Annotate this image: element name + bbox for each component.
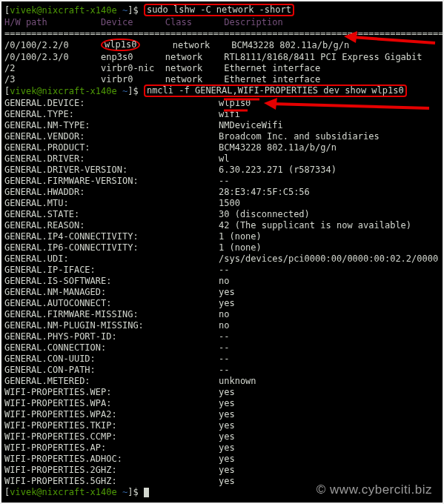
lshw-row: /0/100/2.2/0 wlp1s0 network BCM43228 802…: [4, 39, 443, 52]
nmcli-row: WIFI-PROPERTIES.2GHZ: yes: [4, 465, 443, 476]
nmcli-row: GENERAL.IS-SOFTWARE: no: [4, 276, 443, 287]
watermark: © www.cyberciti.biz: [317, 484, 432, 495]
highlight-device: wlp1s0: [101, 39, 140, 51]
nmcli-row: GENERAL.AUTOCONNECT: yes: [4, 298, 443, 309]
nmcli-row: WIFI-PROPERTIES.CCMP: yes: [4, 431, 443, 442]
nmcli-row: GENERAL.FIRMWARE-VERSION: --: [4, 176, 443, 187]
nmcli-row: GENERAL.NM-PLUGIN-MISSING: no: [4, 320, 443, 331]
nmcli-row: GENERAL.IP-IFACE: --: [4, 265, 443, 276]
terminal[interactable]: [vivek@nixcraft-x140e ~]$ sudo lshw -C n…: [1, 1, 443, 503]
lshw-row: /3 virbr0 network Ethernet interface: [4, 74, 443, 85]
highlight-cmd-2: nmcli -f GENERAL,WIFI-PROPERTIES dev sho…: [144, 84, 407, 97]
nmcli-row: WIFI-PROPERTIES.WPA: yes: [4, 398, 443, 409]
nmcli-row: WIFI-PROPERTIES.AP: yes: [4, 442, 443, 454]
nmcli-row: GENERAL.MTU: 1500: [4, 198, 443, 209]
nmcli-row: GENERAL.DRIVER-VERSION: 6.30.223.271 (r5…: [4, 165, 443, 176]
nmcli-row: GENERAL.DEVICE: wlp1s0: [4, 98, 443, 109]
nmcli-row: GENERAL.HWADDR: 28:E3:47:5F:C5:56: [4, 187, 443, 198]
lshw-ruler: ========================================…: [4, 28, 443, 39]
nmcli-row: GENERAL.NM-TYPE: NMDeviceWifi: [4, 120, 443, 131]
nmcli-row: GENERAL.CON-PATH: --: [4, 365, 443, 376]
nmcli-row: GENERAL.TYPE: wifi: [4, 109, 443, 120]
nmcli-row: GENERAL.FIRMWARE-MISSING: no: [4, 309, 443, 320]
nmcli-row: GENERAL.STATE: 30 (disconnected): [4, 209, 443, 220]
prompt-line-2: [vivek@nixcraft-x140e ~]$ nmcli -f GENER…: [4, 85, 443, 98]
nmcli-row: WIFI-PROPERTIES.WEP: yes: [4, 387, 443, 398]
nmcli-row: WIFI-PROPERTIES.TKIP: yes: [4, 420, 443, 431]
nmcli-row: GENERAL.CONNECTION: --: [4, 342, 443, 354]
nmcli-row: GENERAL.PHYS-PORT-ID: --: [4, 331, 443, 342]
nmcli-row: GENERAL.NM-MANAGED: yes: [4, 287, 443, 298]
lshw-row: /0/100/2.3/0 enp3s0 network RTL8111/8168…: [4, 52, 443, 63]
nmcli-row: GENERAL.PRODUCT: BCM43228 802.11a/b/g/n: [4, 142, 443, 153]
nmcli-row: GENERAL.IP6-CONNECTIVITY: 1 (none): [4, 242, 443, 253]
lshw-header: H/W path Device Class Description: [4, 17, 443, 28]
nmcli-row: GENERAL.VENDOR: Broadcom Inc. and subsid…: [4, 131, 443, 142]
highlight-cmd-1: sudo lshw -C network -short: [144, 4, 294, 16]
nmcli-row: GENERAL.UDI: /sys/devices/pci0000:00/000…: [4, 253, 443, 265]
cursor: [144, 488, 149, 497]
nmcli-row: WIFI-PROPERTIES.ADHOC: yes: [4, 454, 443, 465]
lshw-row: /2 virbr0-nic network Ethernet interface: [4, 63, 443, 74]
prompt-line-1: [vivek@nixcraft-x140e ~]$ sudo lshw -C n…: [4, 4, 443, 17]
nmcli-row: GENERAL.METERED: unknown: [4, 376, 443, 387]
nmcli-row: GENERAL.REASON: 42 (The supplicant is no…: [4, 220, 443, 231]
nmcli-row: GENERAL.IP4-CONNECTIVITY: 1 (none): [4, 231, 443, 242]
nmcli-row: GENERAL.CON-UUID: --: [4, 354, 443, 365]
nmcli-row: WIFI-PROPERTIES.WPA2: yes: [4, 409, 443, 420]
nmcli-row: GENERAL.DRIVER: wl: [4, 153, 443, 165]
